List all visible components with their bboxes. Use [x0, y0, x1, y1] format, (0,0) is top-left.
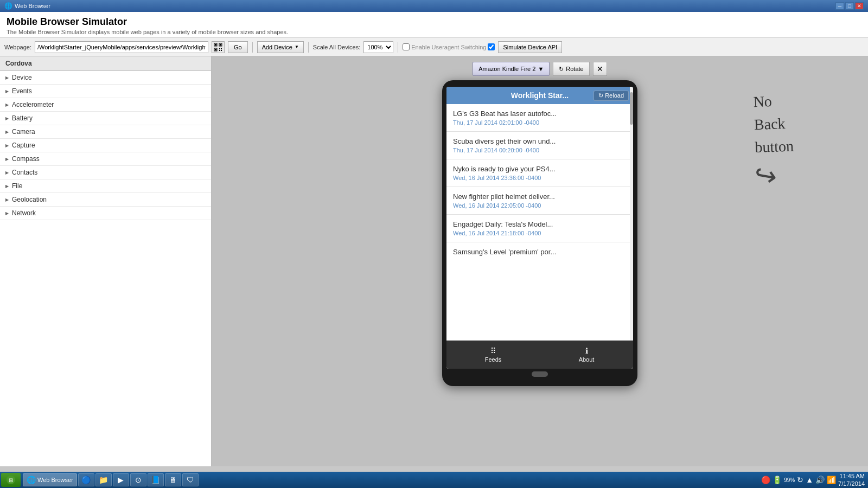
main-content: Cordova ▶ Device ▶ Events ▶ Acceleromete…: [0, 56, 868, 466]
maximize-button[interactable]: □: [845, 2, 854, 10]
annotation-line2: Back: [754, 110, 852, 136]
speaker-icon[interactable]: 🔊: [815, 476, 825, 484]
phone-scrollbar[interactable]: [630, 87, 633, 369]
taskbar-app-explorer[interactable]: 📁: [95, 473, 112, 486]
sidebar-item-contacts[interactable]: ▶ Contacts: [0, 166, 211, 179]
news-item-2[interactable]: Nyko is ready to give your PS4... Wed, 1…: [446, 159, 633, 187]
phone-home-button[interactable]: [532, 371, 548, 377]
sidebar-item-label: File: [12, 182, 22, 190]
annotation-area: No Back button ↩: [754, 89, 852, 191]
sidebar-item-battery[interactable]: ▶ Battery: [0, 112, 211, 125]
device-toolbar: Amazon Kindle Fire 2 ▼ ↻ Rotate ✕: [473, 62, 607, 76]
sidebar-item-compass[interactable]: ▶ Compass: [0, 152, 211, 166]
about-icon: ℹ: [585, 346, 588, 355]
sidebar-item-label: Network: [12, 209, 36, 217]
phone-header: Worklight Star... ↻ Reload: [446, 87, 633, 104]
minimize-button[interactable]: ─: [835, 2, 844, 10]
svg-text:⊞: ⊞: [9, 477, 13, 483]
sidebar-item-geolocation[interactable]: ▶ Geolocation: [0, 193, 211, 207]
battery-percent: 99%: [784, 477, 795, 483]
qr-button[interactable]: [212, 41, 225, 53]
reload-icon: ↻: [598, 92, 603, 99]
scale-label: Scale All Devices:: [313, 44, 360, 50]
news-item-0[interactable]: LG's G3 Beat has laser autofoc... Thu, 1…: [446, 104, 633, 132]
taskbar-apps: 🌐 Web Browser 🔵 📁 ▶ ⊙ 📘 🖥 🛡: [23, 473, 761, 486]
about-label: About: [579, 356, 595, 363]
close-device-button[interactable]: ✕: [593, 62, 607, 76]
reload-button[interactable]: ↻ Reload: [593, 91, 629, 101]
rotate-button[interactable]: ↻ Rotate: [553, 62, 589, 76]
sidebar-item-camera[interactable]: ▶ Camera: [0, 125, 211, 139]
useragent-checkbox[interactable]: [403, 43, 410, 50]
accel-arrow-icon: ▶: [5, 102, 9, 107]
sidebar-item-capture[interactable]: ▶ Capture: [0, 139, 211, 152]
news-date-1: Thu, 17 Jul 2014 00:20:00 -0400: [453, 147, 627, 153]
sidebar-item-label: Device: [12, 74, 32, 81]
refresh-icon: ↻: [797, 476, 803, 484]
compass-arrow-icon: ▶: [5, 157, 9, 162]
sidebar-item-device[interactable]: ▶ Device: [0, 71, 211, 85]
events-arrow-icon: ▶: [5, 89, 9, 94]
signal-icon: 📶: [827, 476, 836, 484]
device-area: Amazon Kindle Fire 2 ▼ ↻ Rotate ✕ Workli…: [212, 56, 868, 466]
news-list: LG's G3 Beat has laser autofoc... Thu, 1…: [446, 104, 633, 263]
svg-rect-1: [215, 44, 216, 46]
toolbar: Webpage: Go Add Device ▼ Scale All Devic…: [0, 38, 868, 56]
feeds-tab[interactable]: ⠿ Feeds: [446, 341, 540, 369]
sidebar-item-label: Battery: [12, 114, 33, 122]
sidebar-item-label: Events: [12, 87, 32, 95]
taskbar-app-media[interactable]: ▶: [113, 473, 129, 486]
sidebar-item-label: Capture: [12, 142, 35, 149]
taskbar-app-browser[interactable]: 🌐 Web Browser: [23, 473, 77, 486]
taskbar-clock: 11:45 AM 7/17/2014: [838, 472, 865, 488]
app-header: Mobile Browser Simulator The Mobile Brow…: [0, 12, 868, 38]
annotation-line3: button: [755, 133, 853, 159]
taskbar-chrome-icon: ⊙: [134, 476, 143, 484]
news-item-1[interactable]: Scuba divers get their own und... Thu, 1…: [446, 132, 633, 159]
simulate-api-button[interactable]: Simulate Device API: [498, 41, 562, 53]
taskbar-app-lynda[interactable]: 📘: [148, 473, 164, 486]
device-select-button[interactable]: Amazon Kindle Fire 2 ▼: [473, 62, 550, 76]
news-item-4[interactable]: Engadget Daily: Tesla's Model... Wed, 16…: [446, 215, 633, 242]
taskbar-app-shield[interactable]: 🛡: [182, 473, 199, 486]
close-window-button[interactable]: ✕: [855, 2, 864, 10]
taskbar-lynda-icon: 📘: [151, 476, 160, 484]
webpage-label: Webpage:: [4, 44, 31, 50]
useragent-check2[interactable]: [488, 43, 495, 50]
clock-time: 11:45 AM: [838, 472, 865, 480]
battery-arrow-icon: ▶: [5, 116, 9, 121]
sidebar-item-file[interactable]: ▶ File: [0, 179, 211, 193]
app-title: Mobile Browser Simulator: [7, 16, 861, 28]
svg-rect-8: [219, 50, 220, 51]
news-title-2: Nyko is ready to give your PS4...: [453, 165, 627, 173]
title-text: Web Browser: [15, 3, 835, 9]
useragent-checkbox-label[interactable]: Enable Useragent Switching: [403, 43, 495, 50]
taskbar-app-chrome[interactable]: ⊙: [130, 473, 146, 486]
add-device-button[interactable]: Add Device ▼: [257, 41, 304, 53]
sidebar-item-network[interactable]: ▶ Network: [0, 207, 211, 220]
about-tab[interactable]: ℹ About: [540, 341, 633, 369]
taskbar-ie-icon: 🔵: [82, 476, 91, 484]
news-item-5[interactable]: Samsung's Level 'premium' por...: [446, 242, 633, 263]
taskbar-app-network[interactable]: 🖥: [165, 473, 181, 486]
device-arrow-icon: ▶: [5, 75, 9, 80]
taskbar: ⊞ 🌐 Web Browser 🔵 📁 ▶ ⊙ 📘 🖥 🛡 🔴 🔋: [0, 472, 868, 488]
device-arrow-icon: ▼: [538, 66, 544, 72]
taskbar-app-ie[interactable]: 🔵: [78, 473, 94, 486]
phone-screen: Worklight Star... ↻ Reload LG's G3 Beat …: [446, 87, 633, 369]
app-subtitle: The Mobile Browser Simulator displays mo…: [7, 29, 861, 35]
separator-3: [398, 42, 398, 53]
sidebar-item-events[interactable]: ▶ Events: [0, 85, 211, 98]
webpage-input[interactable]: [35, 41, 208, 53]
sidebar-item-accelerometer[interactable]: ▶ Accelerometer: [0, 98, 211, 112]
start-button[interactable]: ⊞: [1, 473, 21, 487]
rotate-icon: ↻: [559, 66, 564, 73]
news-item-3[interactable]: New fighter pilot helmet deliver... Wed,…: [446, 187, 633, 215]
feeds-icon: ⠿: [490, 346, 496, 355]
news-title-5: Samsung's Level 'premium' por...: [453, 248, 627, 256]
phone-scrollbar-thumb: [630, 92, 633, 125]
scale-select[interactable]: 100% 75% 50%: [363, 41, 393, 53]
news-date-3: Wed, 16 Jul 2014 22:05:00 -0400: [453, 202, 627, 209]
go-button[interactable]: Go: [228, 41, 248, 53]
antivirus-icon[interactable]: 🔴: [761, 476, 770, 484]
